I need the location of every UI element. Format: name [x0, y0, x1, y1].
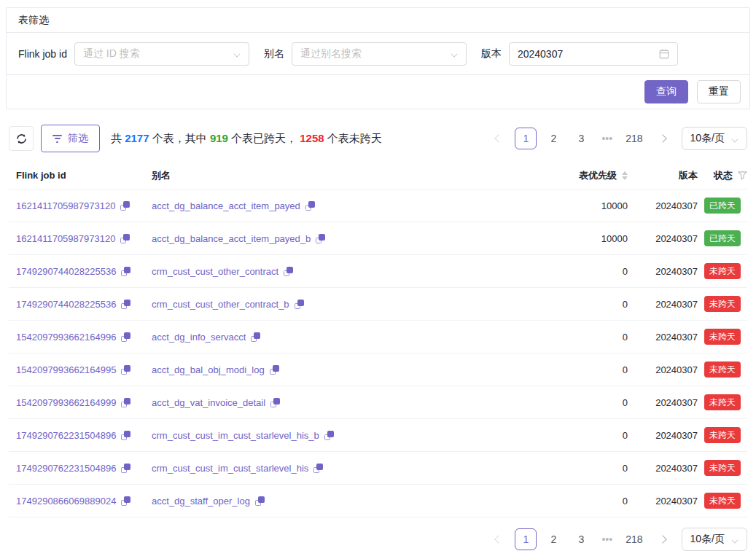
reset-button[interactable]: 重置 [697, 80, 741, 103]
alias-link[interactable]: crm_cust_cust_im_cust_starlevel_his_b [152, 430, 319, 441]
alias-link[interactable]: crm_cust_cust_im_cust_starlevel_his [152, 463, 308, 474]
copy-icon[interactable] [270, 365, 279, 375]
status-badge: 未跨天 [704, 361, 741, 378]
page-button-last[interactable]: 218 [622, 528, 646, 550]
pagination-top: 1 2 3 ••• 218 10条/页 [488, 127, 747, 150]
version-value: 20240307 [636, 364, 698, 375]
chevron-down-icon [732, 136, 739, 142]
copy-icon[interactable] [255, 496, 265, 506]
table-row: 1749290762231504896 crm_cust_cust_im_cus… [9, 452, 747, 485]
page-button-1[interactable]: 1 [515, 128, 537, 149]
copy-icon[interactable] [305, 201, 315, 211]
alias-link[interactable]: acct_dg_staff_oper_log [152, 496, 250, 507]
stat-total: 2177 [125, 132, 149, 144]
version-value: 20240307 [636, 332, 698, 343]
page-size-select[interactable]: 10条/页 [682, 127, 747, 150]
copy-icon[interactable] [295, 300, 304, 309]
prev-page-button[interactable] [488, 528, 509, 550]
status-badge: 未跨天 [704, 493, 741, 509]
copy-icon[interactable] [316, 234, 325, 243]
version-value: 20240307 [636, 430, 698, 441]
table-row: 1749290744028225536 crm_cust_cust_other_… [9, 288, 747, 321]
status-badge: 已跨天 [704, 198, 741, 214]
alias-link[interactable]: acct_dg_balance_acct_item_payed_b [152, 233, 311, 244]
status-badge: 未跨天 [704, 296, 741, 312]
priority-value: 0 [465, 266, 636, 277]
filter-funnel-icon[interactable] [738, 171, 747, 180]
alias-link[interactable]: acct_dg_vat_invoice_detail [152, 397, 265, 408]
copy-icon[interactable] [121, 464, 130, 473]
status-badge: 未跨天 [704, 427, 741, 443]
filter-lines-icon [52, 135, 62, 143]
alias-link[interactable]: acct_dg_balance_acct_item_payed [152, 200, 300, 211]
job-id-link[interactable]: 1749290744028225536 [16, 299, 116, 310]
alias-link[interactable]: crm_cust_cust_other_contract_b [152, 299, 289, 310]
copy-icon[interactable] [121, 431, 130, 440]
query-button[interactable]: 查询 [644, 80, 688, 103]
page-ellipsis[interactable]: ••• [598, 128, 616, 149]
column-header-status: 状态 [698, 169, 747, 182]
copy-icon[interactable] [121, 267, 130, 276]
job-id-link[interactable]: 1542097993662164995 [16, 364, 116, 375]
status-badge: 未跨天 [704, 263, 741, 279]
copy-icon[interactable] [121, 496, 130, 506]
copy-icon[interactable] [121, 398, 130, 407]
prev-page-button[interactable] [488, 128, 509, 149]
copy-icon[interactable] [120, 201, 130, 211]
calendar-icon [659, 49, 669, 59]
table-row: 1542097993662164999 acct_dg_vat_invoice_… [9, 386, 747, 419]
sort-icon[interactable] [622, 171, 628, 180]
table-row: 1749290762231504896 crm_cust_cust_im_cus… [9, 419, 747, 452]
alias-link[interactable]: acct_dg_bal_obj_modi_log [152, 364, 265, 375]
job-id-link[interactable]: 1621411705987973120 [16, 200, 115, 211]
copy-icon[interactable] [251, 332, 260, 342]
chevron-down-icon [732, 536, 739, 543]
job-id-link[interactable]: 1749290762231504896 [16, 463, 116, 474]
page-button-last[interactable]: 218 [622, 128, 646, 149]
job-id-link[interactable]: 1749290866069889024 [16, 496, 116, 507]
refresh-button[interactable] [9, 126, 34, 151]
alias-label: 别名 [264, 47, 284, 60]
priority-value: 0 [465, 496, 636, 507]
next-page-button[interactable] [652, 128, 673, 149]
job-id-link[interactable]: 1621411705987973120 [16, 233, 115, 244]
page-button-3[interactable]: 3 [570, 528, 592, 550]
copy-icon[interactable] [121, 365, 130, 375]
version-value: 20240307 [636, 299, 698, 310]
copy-icon[interactable] [284, 267, 293, 276]
filter-toggle-button[interactable]: 筛选 [41, 125, 100, 152]
job-id-select[interactable]: 通过 ID 搜索 [74, 42, 249, 66]
version-date-input[interactable]: 20240307 [509, 42, 678, 66]
alias-link[interactable]: crm_cust_cust_other_contract [152, 266, 278, 277]
table-row: 1749290744028225536 crm_cust_cust_other_… [9, 255, 747, 288]
data-table: Flink job id 别名 表优先级 版本 状态 1621411705987… [9, 162, 747, 517]
version-value: 20240307 [636, 463, 698, 474]
page-button-2[interactable]: 2 [542, 528, 564, 550]
version-value: 20240307 [636, 397, 698, 408]
alias-link[interactable]: acct_dg_info_servacct [152, 332, 246, 343]
page-button-3[interactable]: 3 [570, 128, 592, 149]
job-id-link[interactable]: 1542097993662164996 [16, 332, 116, 343]
copy-icon[interactable] [313, 464, 323, 473]
page-button-1[interactable]: 1 [515, 528, 537, 550]
job-id-link[interactable]: 1749290762231504896 [16, 430, 116, 441]
version-date-value: 20240307 [518, 48, 563, 60]
page-ellipsis[interactable]: ••• [598, 528, 616, 550]
version-value: 20240307 [636, 200, 698, 211]
filter-toggle-label: 筛选 [68, 132, 88, 145]
copy-icon[interactable] [120, 234, 130, 243]
copy-icon[interactable] [270, 398, 280, 407]
next-page-button[interactable] [652, 528, 673, 550]
priority-value: 0 [465, 397, 636, 408]
page-size-select[interactable]: 10条/页 [682, 528, 747, 551]
version-value: 20240307 [636, 233, 698, 244]
copy-icon[interactable] [324, 431, 334, 440]
page-button-2[interactable]: 2 [542, 128, 564, 149]
job-id-link[interactable]: 1542097993662164999 [16, 397, 116, 408]
job-id-link[interactable]: 1749290744028225536 [16, 266, 116, 277]
alias-select[interactable]: 通过别名搜索 [292, 42, 467, 66]
priority-value: 0 [465, 430, 636, 441]
copy-icon[interactable] [121, 300, 130, 309]
copy-icon[interactable] [121, 332, 130, 342]
column-header-alias: 别名 [152, 169, 465, 182]
